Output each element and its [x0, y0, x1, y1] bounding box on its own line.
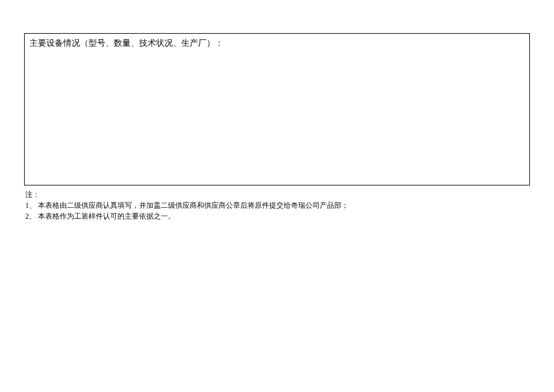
note-item-2: 2、 本表格作为工装样件认可的主要依据之一。	[25, 211, 530, 222]
note-item-1: 1、 本表格由二级供应商认真填写，并加盖二级供应商和供应商公章后将原件提交给奇瑞…	[25, 200, 530, 211]
document-page: 主要设备情况（型号、数量、技术状况、生产厂）： 注： 1、 本表格由二级供应商认…	[0, 0, 554, 222]
notes-section: 注： 1、 本表格由二级供应商认真填写，并加盖二级供应商和供应商公章后将原件提交…	[24, 189, 530, 222]
equipment-info-box: 主要设备情况（型号、数量、技术状况、生产厂）：	[24, 33, 530, 185]
notes-header: 注：	[25, 189, 530, 200]
box-title: 主要设备情况（型号、数量、技术状况、生产厂）：	[30, 37, 524, 49]
